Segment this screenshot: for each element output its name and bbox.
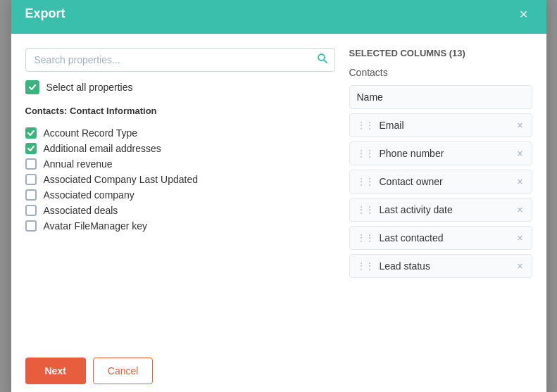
search-input[interactable] xyxy=(25,48,335,72)
select-all-row[interactable]: Select all properties xyxy=(25,80,335,94)
check-icon xyxy=(27,129,35,137)
checkbox-list: Account Record Type Additional email add… xyxy=(25,127,335,232)
drag-handle-icon: ⋮⋮ xyxy=(357,120,374,130)
column-item-lead-status[interactable]: ⋮⋮ Lead status × xyxy=(349,254,532,278)
checkbox-assoc-company-last-updated[interactable] xyxy=(25,174,37,185)
drag-handle-icon: ⋮⋮ xyxy=(357,233,374,243)
list-item[interactable]: Additional email addresses xyxy=(25,143,335,154)
column-item-last-contacted[interactable]: ⋮⋮ Last contacted × xyxy=(349,226,532,250)
checkbox-assoc-deals[interactable] xyxy=(25,205,37,216)
column-item-label: Email xyxy=(380,120,404,131)
close-button[interactable]: × xyxy=(515,6,532,23)
check-icon xyxy=(27,145,35,152)
export-modal: Export × xyxy=(11,0,546,392)
remove-contact-owner-button[interactable]: × xyxy=(515,177,524,186)
checkbox-label: Annual revenue xyxy=(44,158,113,170)
checkbox-annual-revenue[interactable] xyxy=(25,158,37,170)
checkbox-label: Associated Company Last Updated xyxy=(44,174,198,185)
section-title: Contacts: Contact Information xyxy=(25,106,335,116)
column-item-label: Last activity date xyxy=(380,204,453,215)
column-item-contact-owner[interactable]: ⋮⋮ Contact owner × xyxy=(349,170,532,194)
list-item[interactable]: Associated Company Last Updated xyxy=(25,174,335,185)
column-item-phone[interactable]: ⋮⋮ Phone number × xyxy=(349,141,532,165)
column-item-name: Name xyxy=(349,85,532,109)
next-button[interactable]: Next xyxy=(25,358,86,384)
column-item-last-activity[interactable]: ⋮⋮ Last activity date × xyxy=(349,198,532,222)
remove-last-contacted-button[interactable]: × xyxy=(515,233,524,243)
left-panel: Select all properties Contacts: Contact … xyxy=(25,48,335,343)
remove-email-button[interactable]: × xyxy=(515,120,524,130)
search-icon-button[interactable] xyxy=(317,53,328,67)
column-item-label: Lead status xyxy=(380,260,430,272)
cancel-button[interactable]: Cancel xyxy=(93,358,154,384)
list-item[interactable]: Account Record Type xyxy=(25,127,335,139)
column-name-text: Name xyxy=(357,91,383,103)
checkbox-label: Associated company xyxy=(44,189,134,201)
drag-handle-icon: ⋮⋮ xyxy=(357,205,374,215)
svg-line-1 xyxy=(324,60,327,63)
list-item[interactable]: Annual revenue xyxy=(25,158,335,170)
drag-handle-icon: ⋮⋮ xyxy=(357,177,374,186)
select-all-checkbox[interactable] xyxy=(25,80,39,94)
checkbox-additional-email[interactable] xyxy=(25,143,37,154)
checkbox-avatar[interactable] xyxy=(25,220,37,232)
remove-phone-button[interactable]: × xyxy=(515,148,524,158)
right-panel: SELECTED COLUMNS (13) Contacts Name ⋮⋮ E… xyxy=(349,48,532,343)
modal-footer: Next Cancel xyxy=(11,358,546,393)
list-item[interactable]: Avatar FileManager key xyxy=(25,220,335,232)
contacts-label: Contacts xyxy=(349,67,532,78)
list-item[interactable]: Associated deals xyxy=(25,205,335,216)
checkbox-assoc-company[interactable] xyxy=(25,189,37,201)
select-all-label: Select all properties xyxy=(46,82,133,93)
search-icon xyxy=(317,53,328,64)
search-box xyxy=(25,48,335,72)
modal-header: Export × xyxy=(11,0,546,34)
modal-title: Export xyxy=(25,6,65,21)
checkbox-label: Avatar FileManager key xyxy=(44,220,148,232)
select-all-check-icon xyxy=(28,83,37,91)
column-item-label: Last contacted xyxy=(380,232,444,244)
column-item-email[interactable]: ⋮⋮ Email × xyxy=(349,113,532,137)
remove-last-activity-button[interactable]: × xyxy=(515,205,524,215)
checkbox-label: Additional email addresses xyxy=(44,143,161,154)
checkbox-label: Associated deals xyxy=(44,205,118,216)
drag-handle-icon: ⋮⋮ xyxy=(357,148,374,158)
column-item-label: Contact owner xyxy=(380,176,443,187)
modal-overlay: Export × xyxy=(0,0,557,392)
column-item-label: Phone number xyxy=(380,148,444,159)
remove-lead-status-button[interactable]: × xyxy=(515,261,524,271)
checkbox-account-record-type[interactable] xyxy=(25,127,37,139)
selected-columns-header: SELECTED COLUMNS (13) xyxy=(349,48,532,58)
checkbox-label: Account Record Type xyxy=(44,127,138,139)
modal-body: Select all properties Contacts: Contact … xyxy=(11,34,546,358)
columns-scroll: Name ⋮⋮ Email × ⋮⋮ Phone nu xyxy=(349,85,532,343)
list-item[interactable]: Associated company xyxy=(25,189,335,201)
drag-handle-icon: ⋮⋮ xyxy=(357,261,374,271)
